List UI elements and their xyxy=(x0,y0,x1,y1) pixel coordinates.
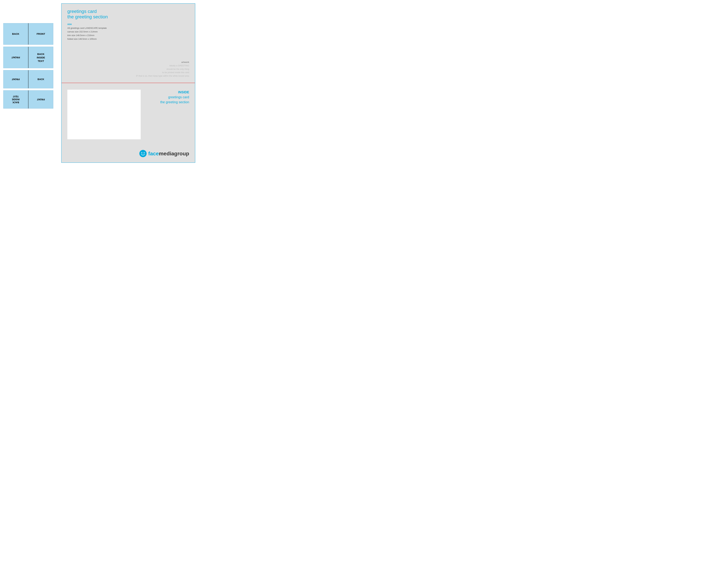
right-panel: greetings card the greeting section size… xyxy=(61,3,195,163)
front-cell-row1: FRONT xyxy=(28,23,53,45)
back-inside-text-row4-rotated: BACKINSIDETEXT xyxy=(3,90,28,109)
front-cell-row3-rotated: FRONT xyxy=(3,70,28,88)
card-row-3: FRONT BACK xyxy=(3,70,56,88)
svg-point-1 xyxy=(141,152,142,153)
back-inside-text-cell-row2: BACKINSIDETEXT xyxy=(28,47,53,68)
card-row-2: FRONT BACKINSIDETEXT xyxy=(3,47,56,68)
right-top-section: greetings card the greeting section size… xyxy=(62,4,195,83)
back-cell-row1: BACK xyxy=(3,23,28,45)
card-row-4: BACKINSIDETEXT FRONT xyxy=(3,90,56,109)
card-row-1: BACK FRONT xyxy=(3,23,56,45)
face-logo-icon xyxy=(139,149,147,157)
right-bottom-section: INSIDE greetings card the greeting secti… xyxy=(62,83,195,162)
left-panel: BACK FRONT FRONT BACKINSIDETEXT FRONT BA… xyxy=(3,3,56,109)
svg-point-2 xyxy=(144,152,145,153)
size-info: A6 greetings card LANDSCAPE template can… xyxy=(67,26,189,41)
title-greeting-section: the greeting section xyxy=(67,14,189,19)
svg-point-0 xyxy=(139,150,147,157)
inside-label-block: INSIDE greetings card the greeting secti… xyxy=(160,90,189,105)
artwork-note: artwork ideally a GREETING should be the… xyxy=(136,61,189,78)
size-label: size xyxy=(67,23,189,25)
white-greeting-box xyxy=(67,90,141,139)
back-cell-row3: BACK xyxy=(28,70,53,88)
front-cell-row2-rotated: FRONT xyxy=(3,47,28,68)
facemediagroup-logo: facemediagroup xyxy=(139,149,189,157)
front-cell-row4-rotated: FRONT xyxy=(28,90,53,109)
title-greetings-card: greetings card xyxy=(67,9,189,14)
logo-text: facemediagroup xyxy=(148,150,189,157)
